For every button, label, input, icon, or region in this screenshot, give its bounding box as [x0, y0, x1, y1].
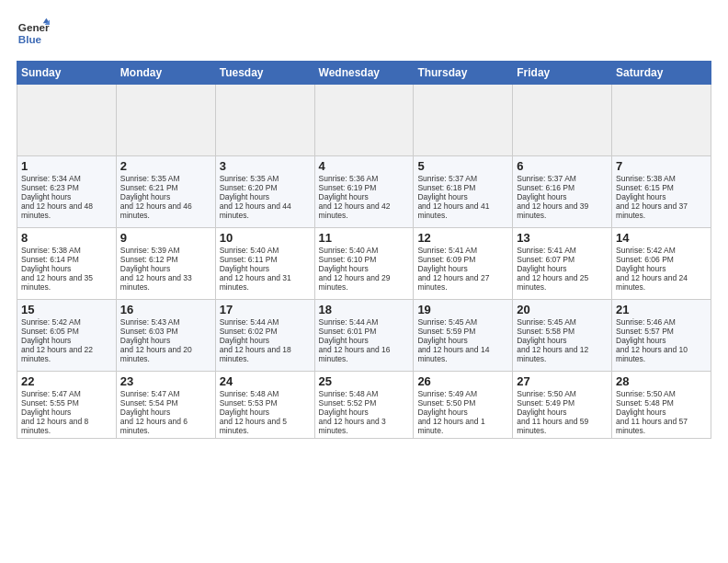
table-row: 24Sunrise: 5:48 AMSunset: 5:53 PMDayligh…	[215, 372, 314, 439]
day-number: 2	[120, 159, 211, 173]
table-row: 4Sunrise: 5:36 AMSunset: 6:19 PMDaylight…	[314, 156, 414, 228]
col-wednesday: Wednesday	[314, 62, 414, 85]
day-info: Sunrise: 5:45 AMSunset: 5:58 PMDaylight …	[517, 317, 588, 363]
table-row	[215, 85, 314, 156]
day-info: Sunrise: 5:49 AMSunset: 5:50 PMDaylight …	[417, 389, 484, 435]
table-row: 11Sunrise: 5:40 AMSunset: 6:10 PMDayligh…	[314, 228, 414, 300]
day-number: 21	[616, 303, 707, 316]
table-row: 14Sunrise: 5:42 AMSunset: 6:06 PMDayligh…	[612, 228, 711, 300]
calendar-week-4: 15Sunrise: 5:42 AMSunset: 6:05 PMDayligh…	[17, 300, 711, 372]
day-info: Sunrise: 5:36 AMSunset: 6:19 PMDaylight …	[319, 174, 391, 220]
day-info: Sunrise: 5:37 AMSunset: 6:16 PMDaylight …	[517, 174, 588, 220]
page-container: General Blue Sunday Monday Tuesday Wedne…	[0, 0, 728, 448]
day-number: 3	[220, 159, 311, 173]
table-row: 19Sunrise: 5:45 AMSunset: 5:59 PMDayligh…	[414, 300, 513, 372]
day-info: Sunrise: 5:47 AMSunset: 5:54 PMDaylight …	[120, 389, 188, 435]
col-friday: Friday	[513, 62, 612, 85]
day-info: Sunrise: 5:41 AMSunset: 6:07 PMDaylight …	[517, 246, 588, 292]
table-row: 25Sunrise: 5:48 AMSunset: 5:52 PMDayligh…	[314, 372, 414, 439]
table-row: 18Sunrise: 5:44 AMSunset: 6:01 PMDayligh…	[314, 300, 414, 372]
day-number: 13	[517, 231, 608, 245]
logo: General Blue	[17, 17, 50, 50]
day-info: Sunrise: 5:40 AMSunset: 6:10 PMDaylight …	[319, 246, 391, 292]
day-number: 26	[417, 374, 508, 388]
table-row	[17, 85, 117, 156]
table-row: 12Sunrise: 5:41 AMSunset: 6:09 PMDayligh…	[414, 228, 513, 300]
day-info: Sunrise: 5:35 AMSunset: 6:20 PMDaylight …	[220, 174, 291, 220]
table-row: 2Sunrise: 5:35 AMSunset: 6:21 PMDaylight…	[116, 156, 215, 228]
day-number: 19	[417, 303, 508, 316]
day-info: Sunrise: 5:41 AMSunset: 6:09 PMDaylight …	[417, 246, 489, 292]
table-row: 26Sunrise: 5:49 AMSunset: 5:50 PMDayligh…	[414, 372, 513, 439]
day-info: Sunrise: 5:38 AMSunset: 6:15 PMDaylight …	[616, 174, 688, 220]
calendar-table: Sunday Monday Tuesday Wednesday Thursday…	[17, 61, 711, 439]
table-row	[116, 85, 215, 156]
day-number: 10	[220, 231, 311, 245]
table-row: 8Sunrise: 5:38 AMSunset: 6:14 PMDaylight…	[17, 228, 117, 300]
day-info: Sunrise: 5:39 AMSunset: 6:12 PMDaylight …	[120, 246, 192, 292]
day-info: Sunrise: 5:35 AMSunset: 6:21 PMDaylight …	[120, 174, 192, 220]
day-info: Sunrise: 5:44 AMSunset: 6:02 PMDaylight …	[220, 317, 291, 363]
day-info: Sunrise: 5:44 AMSunset: 6:01 PMDaylight …	[319, 317, 391, 363]
day-number: 18	[319, 303, 410, 316]
day-number: 12	[417, 231, 508, 245]
table-row: 23Sunrise: 5:47 AMSunset: 5:54 PMDayligh…	[116, 372, 215, 439]
table-row: 21Sunrise: 5:46 AMSunset: 5:57 PMDayligh…	[612, 300, 711, 372]
day-number: 22	[21, 374, 112, 388]
calendar-body: 1Sunrise: 5:34 AMSunset: 6:23 PMDaylight…	[17, 85, 711, 439]
table-row: 22Sunrise: 5:47 AMSunset: 5:55 PMDayligh…	[17, 372, 117, 439]
day-info: Sunrise: 5:42 AMSunset: 6:05 PMDaylight …	[21, 317, 93, 363]
table-row: 9Sunrise: 5:39 AMSunset: 6:12 PMDaylight…	[116, 228, 215, 300]
day-info: Sunrise: 5:48 AMSunset: 5:52 PMDaylight …	[319, 389, 386, 435]
col-monday: Monday	[116, 62, 215, 85]
day-info: Sunrise: 5:42 AMSunset: 6:06 PMDaylight …	[616, 246, 688, 292]
col-saturday: Saturday	[612, 62, 711, 85]
table-row: 1Sunrise: 5:34 AMSunset: 6:23 PMDaylight…	[17, 156, 117, 228]
day-number: 24	[220, 374, 311, 388]
table-row: 3Sunrise: 5:35 AMSunset: 6:20 PMDaylight…	[215, 156, 314, 228]
day-number: 28	[616, 374, 707, 388]
svg-text:Blue: Blue	[18, 33, 42, 45]
table-row: 6Sunrise: 5:37 AMSunset: 6:16 PMDaylight…	[513, 156, 612, 228]
col-tuesday: Tuesday	[215, 62, 314, 85]
table-row	[414, 85, 513, 156]
table-row: 15Sunrise: 5:42 AMSunset: 6:05 PMDayligh…	[17, 300, 117, 372]
day-info: Sunrise: 5:45 AMSunset: 5:59 PMDaylight …	[417, 317, 489, 363]
table-row: 17Sunrise: 5:44 AMSunset: 6:02 PMDayligh…	[215, 300, 314, 372]
table-row: 28Sunrise: 5:50 AMSunset: 5:48 PMDayligh…	[612, 372, 711, 439]
day-info: Sunrise: 5:46 AMSunset: 5:57 PMDaylight …	[616, 317, 688, 363]
day-number: 23	[120, 374, 211, 388]
day-info: Sunrise: 5:40 AMSunset: 6:11 PMDaylight …	[220, 246, 291, 292]
col-sunday: Sunday	[17, 62, 117, 85]
day-number: 16	[120, 303, 211, 316]
day-info: Sunrise: 5:34 AMSunset: 6:23 PMDaylight …	[21, 174, 93, 220]
day-number: 25	[319, 374, 410, 388]
table-row	[513, 85, 612, 156]
day-number: 27	[517, 374, 608, 388]
day-number: 17	[220, 303, 311, 316]
table-row: 16Sunrise: 5:43 AMSunset: 6:03 PMDayligh…	[116, 300, 215, 372]
day-number: 15	[21, 303, 112, 316]
logo-icon: General Blue	[17, 17, 50, 50]
day-info: Sunrise: 5:50 AMSunset: 5:49 PMDaylight …	[517, 389, 588, 435]
calendar-week-1	[17, 85, 711, 156]
table-row: 13Sunrise: 5:41 AMSunset: 6:07 PMDayligh…	[513, 228, 612, 300]
col-thursday: Thursday	[414, 62, 513, 85]
day-info: Sunrise: 5:50 AMSunset: 5:48 PMDaylight …	[616, 389, 688, 435]
day-number: 4	[319, 159, 410, 173]
table-row	[314, 85, 414, 156]
day-number: 11	[319, 231, 410, 245]
calendar-week-2: 1Sunrise: 5:34 AMSunset: 6:23 PMDaylight…	[17, 156, 711, 228]
day-info: Sunrise: 5:38 AMSunset: 6:14 PMDaylight …	[21, 246, 93, 292]
day-info: Sunrise: 5:47 AMSunset: 5:55 PMDaylight …	[21, 389, 88, 435]
day-number: 14	[616, 231, 707, 245]
page-header: General Blue	[17, 17, 711, 50]
day-number: 20	[517, 303, 608, 316]
day-number: 9	[120, 231, 211, 245]
day-info: Sunrise: 5:37 AMSunset: 6:18 PMDaylight …	[417, 174, 489, 220]
table-row	[612, 85, 711, 156]
day-number: 1	[21, 159, 112, 173]
day-info: Sunrise: 5:43 AMSunset: 6:03 PMDaylight …	[120, 317, 192, 363]
table-row: 27Sunrise: 5:50 AMSunset: 5:49 PMDayligh…	[513, 372, 612, 439]
calendar-week-3: 8Sunrise: 5:38 AMSunset: 6:14 PMDaylight…	[17, 228, 711, 300]
